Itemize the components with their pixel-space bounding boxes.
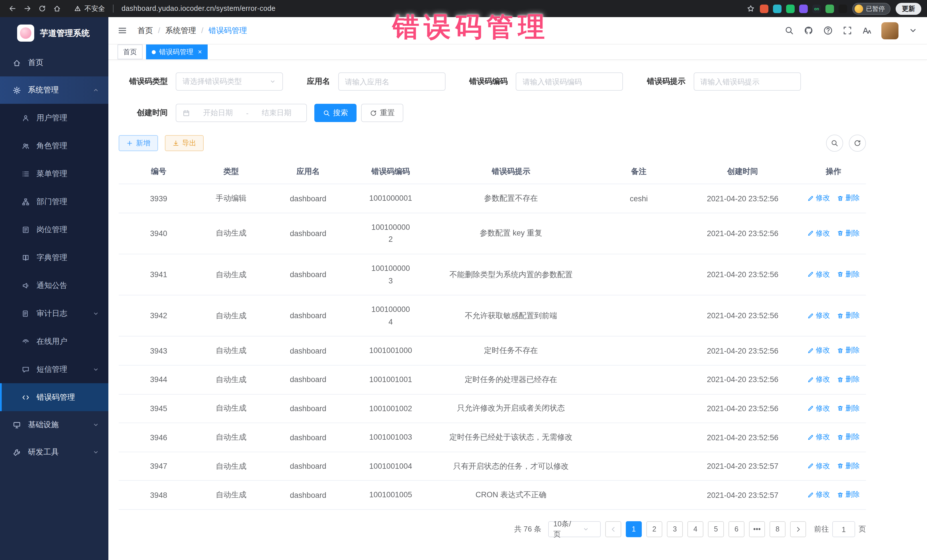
error-code-input[interactable] (523, 77, 616, 86)
chevron-up-icon (93, 87, 99, 94)
edit-icon (807, 230, 814, 237)
delete-button[interactable]: 删除 (837, 375, 860, 384)
sidebar-item-online[interactable]: 在线用户 (0, 327, 108, 355)
edit-button[interactable]: 修改 (807, 490, 830, 500)
sidebar-item-sms[interactable]: 短信管理 (0, 355, 108, 383)
date-range-picker[interactable]: 开始日期 - 结束日期 (176, 104, 307, 122)
toggle-search-button[interactable] (826, 135, 843, 152)
extension-red[interactable] (760, 4, 768, 13)
cell-actions: 修改删除 (801, 423, 866, 452)
profile-paused-badge[interactable]: 已暂停 (852, 3, 891, 15)
edit-button[interactable]: 修改 (807, 228, 830, 238)
edit-button[interactable]: 修改 (807, 375, 830, 384)
sidebar-item-system[interactable]: 系统管理 (0, 76, 108, 104)
cell-actions: 修改删除 (801, 452, 866, 481)
cell-id: 3948 (119, 481, 199, 510)
edit-button[interactable]: 修改 (807, 433, 830, 442)
chevron-down-icon (93, 422, 99, 428)
delete-button[interactable]: 删除 (837, 228, 860, 238)
browser-forward-icon[interactable] (21, 2, 34, 15)
extension-grid[interactable] (799, 4, 808, 13)
page-button[interactable]: 2 (646, 521, 662, 537)
app-logo[interactable]: 芋道管理系统 (0, 17, 108, 49)
app-name-input[interactable] (345, 77, 438, 86)
page-button[interactable]: 4 (687, 521, 704, 537)
delete-button[interactable]: 删除 (837, 404, 860, 413)
page-size-select[interactable]: 10条/页 (548, 521, 601, 537)
delete-button[interactable]: 删除 (837, 311, 860, 320)
security-warning-icon[interactable] (74, 5, 81, 12)
tools-icon (12, 448, 21, 457)
browser-home-icon[interactable] (50, 2, 64, 15)
sidebar-item-user[interactable]: 用户管理 (0, 104, 108, 132)
page-button[interactable]: 3 (667, 521, 683, 537)
page-ellipsis[interactable]: ••• (749, 521, 765, 537)
export-button[interactable]: 导出 (164, 135, 204, 152)
edit-button[interactable]: 修改 (807, 461, 830, 471)
page-button[interactable]: 1 (626, 521, 642, 537)
avatar-caret-icon[interactable] (908, 26, 918, 35)
sidebar-collapse-icon[interactable] (117, 26, 127, 35)
tab-close-icon[interactable]: × (198, 48, 202, 56)
extension-green-check[interactable] (786, 4, 795, 13)
url-text[interactable]: dashboard.yudao.iocoder.cn/system/error-… (122, 5, 275, 12)
reset-button[interactable]: 重置 (361, 104, 403, 122)
edit-button[interactable]: 修改 (807, 311, 830, 320)
github-icon[interactable] (804, 26, 813, 35)
extension-pin[interactable] (839, 4, 847, 13)
delete-button[interactable]: 删除 (837, 346, 860, 355)
delete-button[interactable]: 删除 (837, 433, 860, 442)
extension-on-badge[interactable]: on (812, 4, 821, 13)
search-button[interactable]: 搜索 (314, 104, 357, 122)
sidebar-item-audit[interactable]: 审计日志 (0, 299, 108, 327)
table-toolbar: 新增 导出 (119, 135, 866, 152)
delete-label: 删除 (845, 346, 860, 355)
prev-page-button[interactable] (605, 521, 621, 537)
edit-button[interactable]: 修改 (807, 194, 830, 203)
fullscreen-icon[interactable] (843, 26, 852, 35)
breadcrumb-item[interactable]: 首页 (137, 25, 153, 36)
sidebar-item-infra[interactable]: 基础设施 (0, 411, 108, 439)
edit-button[interactable]: 修改 (807, 404, 830, 413)
delete-button[interactable]: 删除 (837, 490, 860, 500)
page-button[interactable]: 6 (728, 521, 745, 537)
filter-row-2: 创建时间 开始日期 - 结束日期 搜索 (119, 104, 866, 122)
browser-back-icon[interactable] (6, 2, 20, 15)
browser-reload-icon[interactable] (35, 2, 49, 15)
browser-update-button[interactable]: 更新 (896, 3, 921, 15)
delete-button[interactable]: 删除 (837, 270, 860, 279)
sidebar-item-home[interactable]: 首页 (0, 49, 108, 76)
delete-button[interactable]: 删除 (837, 461, 860, 471)
font-size-icon[interactable] (862, 26, 872, 35)
add-button[interactable]: 新增 (119, 135, 158, 152)
next-page-button[interactable] (790, 521, 806, 537)
tab-active[interactable]: 错误码管理× (146, 45, 208, 59)
sidebar-item-errorcode[interactable]: 错误码管理 (0, 383, 108, 411)
help-icon[interactable] (823, 26, 833, 35)
search-icon[interactable] (784, 26, 794, 35)
edit-button[interactable]: 修改 (807, 346, 830, 355)
delete-button[interactable]: 删除 (837, 194, 860, 203)
reset-button-icon (370, 109, 377, 117)
sidebar-item-devtools[interactable]: 研发工具 (0, 439, 108, 466)
sidebar-item-dict[interactable]: 字典管理 (0, 243, 108, 272)
page-button[interactable]: 8 (769, 521, 786, 537)
sidebar-item-post[interactable]: 岗位管理 (0, 216, 108, 243)
sidebar-item-menu[interactable]: 菜单管理 (0, 160, 108, 188)
sidebar-item-notice[interactable]: 通知公告 (0, 272, 108, 299)
goto-page-input[interactable] (832, 521, 855, 537)
refresh-table-button[interactable] (849, 135, 866, 152)
user-avatar[interactable] (881, 22, 898, 39)
extension-teal[interactable] (773, 4, 781, 13)
page-button[interactable]: 5 (708, 521, 724, 537)
extension-leaf[interactable] (825, 4, 834, 13)
bookmark-star-icon[interactable] (747, 5, 755, 12)
sidebar-item-dept[interactable]: 部门管理 (0, 188, 108, 216)
error-type-select[interactable]: 请选择错误码类型 (176, 73, 283, 91)
security-label[interactable]: 不安全 (84, 4, 105, 14)
tab-item[interactable]: 首页 (117, 45, 143, 59)
breadcrumb-item[interactable]: 系统管理 (166, 25, 196, 36)
error-hint-input[interactable] (700, 77, 794, 86)
edit-button[interactable]: 修改 (807, 270, 830, 279)
sidebar-item-role[interactable]: 角色管理 (0, 132, 108, 160)
